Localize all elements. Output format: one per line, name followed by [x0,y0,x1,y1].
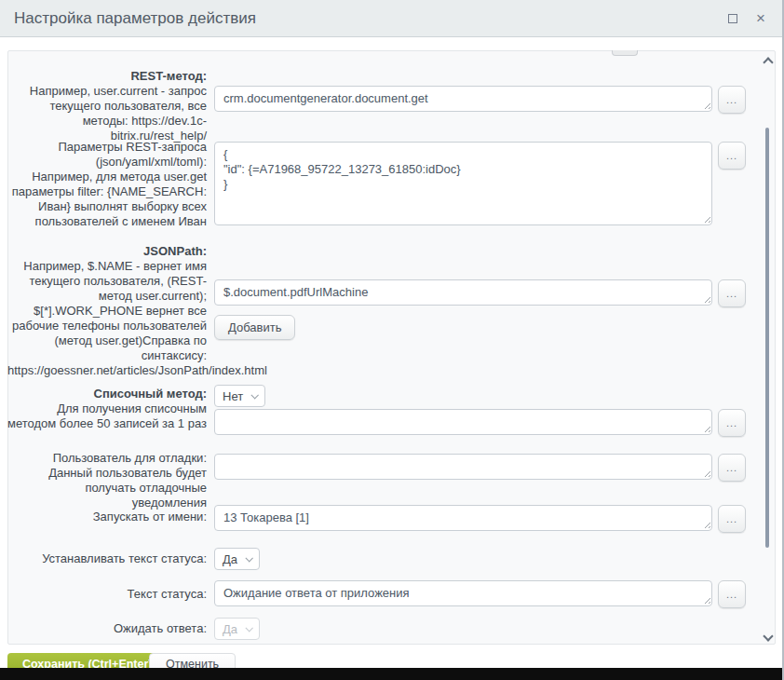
rest-params-label: Параметры REST-запроса (json/yaml/xml/to… [7,140,207,229]
field-row-list-method: Списочный метод: Для получения списочным… [7,384,746,437]
field-row-jsonpath: JSONPath: Например, $.NAME - вернет имя … [7,244,746,378]
jsonpath-input[interactable]: $.document.pdfUrlMachine [214,279,712,306]
rest-params-input[interactable]: { "id": {=A71968_95722_13273_61850:idDoc… [214,142,712,225]
list-method-more-button[interactable]: ... [718,409,746,437]
list-method-label: Списочный метод: Для получения списочным… [7,384,207,431]
rest-method-more-button[interactable]: ... [718,86,746,114]
field-row-status-text: Текст статуса: Ожидание ответа от прилож… [7,578,746,608]
wait-response-select: Да [214,618,260,640]
rest-method-input[interactable]: crm.documentgenerator.document.get [214,86,712,112]
rest-params-title: Параметры REST-запроса (json/yaml/xml/to… [7,140,207,170]
chevron-down-icon [246,554,253,562]
jsonpath-more-button[interactable]: ... [718,279,746,307]
set-status-text-select[interactable]: Да [214,548,260,570]
close-icon[interactable]: × [756,10,765,26]
field-row-set-status-text: Устанавливать текст статуса: Да [7,546,260,570]
status-text-title: Текст статуса: [7,587,207,602]
list-method-title: Списочный метод: [7,387,207,401]
jsonpath-description: Например, $.NAME - вернет имя текущего п… [7,259,207,378]
list-method-description: Для получения списочным методом более 50… [7,401,207,431]
add-jsonpath-button[interactable]: Добавить [214,315,295,340]
debug-user-label: Пользователь для отладки: Данный пользов… [7,451,207,510]
rest-method-title: REST-метод: [7,69,207,84]
debug-user-more-button[interactable]: ... [718,454,746,482]
maximize-icon[interactable] [728,14,737,23]
status-text-input[interactable]: Ожидание ответа от приложения [214,580,712,606]
dialog-title: Настройка параметров действия [14,9,728,28]
chevron-down-icon [251,391,259,399]
field-row-wait-response: Ожидать ответа: Да [7,616,260,640]
wait-response-select-value: Да [223,622,237,636]
jsonpath-label: JSONPath: Например, $.NAME - вернет имя … [7,244,207,378]
dialog-titlebar: Настройка параметров действия × [0,0,784,37]
list-method-input[interactable] [214,409,712,435]
rest-method-label: REST-метод: Например, user.current - зап… [7,69,207,143]
scrollbar-thumb[interactable] [765,128,769,548]
debug-user-title: Пользователь для отладки: [7,451,207,466]
field-row-run-as: Запускать от имени: 13 Токарева [1] ... [7,503,746,533]
run-as-input[interactable]: 13 Токарева [1] [214,505,712,531]
run-as-label: Запускать от имени: [7,503,207,524]
jsonpath-title: JSONPath: [7,244,207,259]
chevron-down-icon [246,624,253,632]
run-as-more-button[interactable]: ... [718,505,746,533]
rest-params-more-button[interactable]: ... [718,142,746,170]
rest-method-description: Например, user.current - запрос текущего… [7,84,207,143]
field-row-debug-user: Пользователь для отладки: Данный пользов… [7,451,746,510]
list-method-select[interactable]: Нет [214,385,265,407]
rest-params-description: Например, для метода user.get параметры … [7,170,207,229]
wait-response-label: Ожидать ответа: [7,616,207,636]
status-text-more-button[interactable]: ... [718,580,746,608]
field-row-rest-params: Параметры REST-запроса (json/yaml/xml/to… [7,140,746,229]
set-status-text-select-value: Да [223,552,237,566]
field-row-rest-method: REST-метод: Например, user.current - зап… [7,69,746,143]
partially-scrolled-button [612,50,638,56]
bottom-black-bar [0,668,784,680]
debug-user-input[interactable] [214,454,712,480]
run-as-title: Запускать от имени: [7,510,207,524]
list-method-select-value: Нет [223,389,243,403]
status-text-label: Текст статуса: [7,578,207,602]
wait-response-title: Ожидать ответа: [7,621,207,636]
set-status-text-label: Устанавливать текст статуса: [7,546,207,566]
set-status-text-title: Устанавливать текст статуса: [7,551,207,566]
